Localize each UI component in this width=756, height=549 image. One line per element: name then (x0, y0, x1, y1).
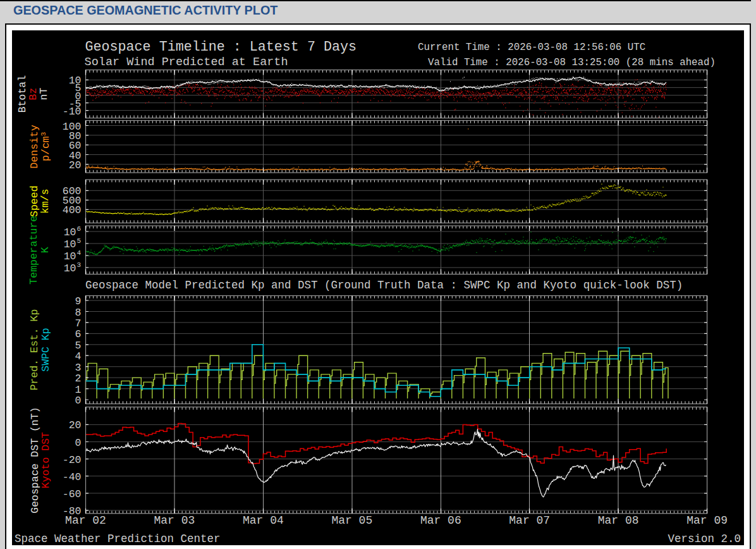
svg-text:6: 6 (77, 225, 82, 233)
svg-text:Mar 04: Mar 04 (243, 514, 284, 527)
svg-text:3: 3 (75, 362, 82, 374)
svg-text:8: 8 (75, 307, 82, 319)
svg-text:0: 0 (75, 395, 82, 407)
svg-text:Current Time : 2026-03-08 12:5: Current Time : 2026-03-08 12:56:06 UTC (418, 42, 645, 53)
svg-text:10: 10 (64, 238, 76, 250)
svg-text:Geospace Model Predicted Kp an: Geospace Model Predicted Kp and DST (Gro… (85, 279, 683, 292)
svg-text:5: 5 (75, 340, 82, 352)
svg-text:5: 5 (77, 237, 82, 245)
svg-text:p/cm3: p/cm3 (40, 132, 52, 161)
svg-text:3: 3 (77, 261, 82, 269)
svg-text:10: 10 (64, 250, 76, 262)
svg-text:4: 4 (75, 350, 82, 362)
svg-text:Mar 09: Mar 09 (686, 514, 728, 527)
svg-text:400: 400 (63, 204, 82, 216)
svg-text:K: K (39, 247, 51, 253)
svg-text:Valid Time : 2026-03-08 13:25:: Valid Time : 2026-03-08 13:25:00 (28 min… (428, 57, 716, 68)
svg-text:SWPC Kp: SWPC Kp (40, 328, 52, 371)
svg-text:6: 6 (75, 328, 82, 340)
svg-text:-20: -20 (63, 454, 82, 466)
svg-text:Density: Density (28, 125, 40, 168)
svg-text:7: 7 (75, 318, 82, 330)
svg-text:Mar 07: Mar 07 (509, 514, 550, 527)
svg-text:Space Weather Prediction Cente: Space Weather Prediction Center (15, 533, 221, 545)
svg-text:2: 2 (75, 373, 82, 385)
svg-text:4: 4 (77, 249, 82, 257)
svg-text:10: 10 (64, 262, 76, 274)
svg-text:-10: -10 (63, 106, 82, 118)
svg-text:10: 10 (64, 226, 76, 238)
svg-text:1: 1 (75, 384, 82, 396)
svg-text:Version 2.0: Version 2.0 (668, 533, 741, 545)
svg-text:20: 20 (69, 159, 82, 171)
svg-text:Kyoto DST: Kyoto DST (40, 432, 52, 488)
svg-text:Temperature: Temperature (28, 216, 40, 285)
svg-text:nT: nT (38, 88, 50, 101)
svg-text:20: 20 (69, 419, 82, 431)
svg-text:Solar Wind Predicted at Earth: Solar Wind Predicted at Earth (85, 56, 288, 69)
svg-text:Mar 05: Mar 05 (331, 514, 372, 527)
svg-text:-60: -60 (63, 488, 82, 500)
svg-text:km/s: km/s (39, 188, 51, 214)
svg-text:0: 0 (75, 437, 82, 449)
svg-text:Geospace DST (nT): Geospace DST (nT) (29, 407, 41, 513)
svg-text:Pred. Est. Kp: Pred. Est. Kp (28, 309, 40, 391)
svg-text:Speed: Speed (28, 185, 40, 217)
svg-text:9: 9 (75, 295, 82, 307)
svg-text:Geospace Timeline : Latest 7 D: Geospace Timeline : Latest 7 Days (85, 39, 357, 55)
svg-text:Mar 02: Mar 02 (65, 514, 106, 527)
svg-text:-40: -40 (63, 471, 82, 483)
svg-text:Mar 03: Mar 03 (154, 514, 195, 527)
svg-text:Mar 08: Mar 08 (598, 514, 639, 527)
svg-text:Mar 06: Mar 06 (420, 514, 461, 527)
svg-text:Btotal: Btotal (16, 75, 28, 113)
